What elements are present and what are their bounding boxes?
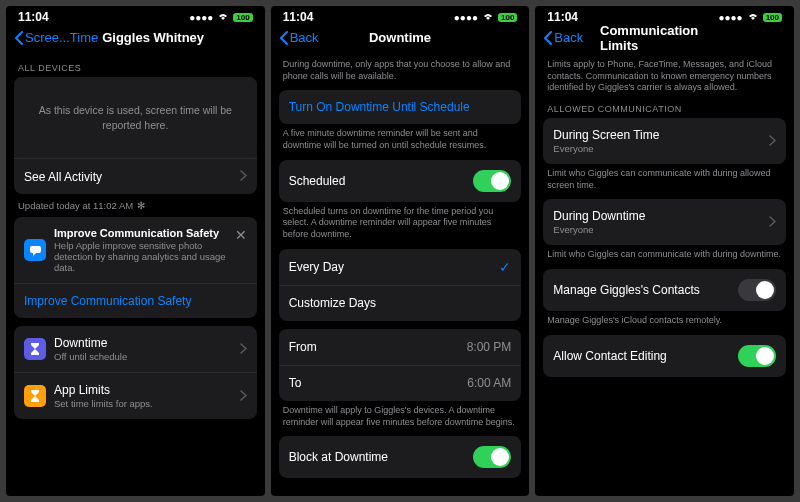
improve-safety-link[interactable]: Improve Communication Safety: [14, 283, 257, 318]
updated-timestamp-row: Updated today at 11:02 AM ✻: [18, 200, 253, 211]
allow-edit-label: Allow Contact Editing: [553, 349, 666, 363]
downtime-row[interactable]: Downtime Off until schedule: [14, 326, 257, 372]
wifi-icon: [747, 11, 759, 23]
from-label: From: [289, 340, 317, 354]
allow-contact-editing-row: Allow Contact Editing: [543, 335, 786, 377]
manage-contacts-toggle[interactable]: [738, 279, 776, 301]
section-header-allowed: ALLOWED COMMUNICATION: [547, 104, 782, 114]
to-value: 6:00 AM: [467, 376, 511, 390]
back-button[interactable]: Back: [543, 30, 583, 45]
downtime-intro: During downtime, only apps that you choo…: [283, 59, 518, 82]
dst-footer: Limit who Giggles can communicate with d…: [547, 168, 782, 191]
usage-report-placeholder: As this device is used, screen time will…: [14, 77, 257, 158]
turn-on-footer: A five minute downtime reminder will be …: [283, 128, 518, 151]
page-title: Downtime: [369, 30, 431, 45]
battery-icon: 100: [498, 13, 517, 22]
battery-icon: 100: [233, 13, 252, 22]
signal-icon: ●●●●: [189, 12, 213, 23]
block-at-downtime-row: Block at Downtime: [279, 436, 522, 478]
manage-footer: Manage Giggles's iCloud contacts remotel…: [547, 315, 782, 327]
updated-timestamp: Updated today at 11:02 AM: [18, 200, 133, 211]
wifi-icon: [482, 11, 494, 23]
comm-limits-intro: Limits apply to Phone, FaceTime, Message…: [547, 59, 782, 94]
manage-label: Manage Giggles's Contacts: [553, 283, 699, 297]
loading-spinner-icon: ✻: [137, 200, 145, 211]
status-time: 11:04: [547, 10, 578, 24]
battery-icon: 100: [763, 13, 782, 22]
app-limits-sub: Set time limits for apps.: [54, 398, 153, 409]
customize-days-row[interactable]: Customize Days: [279, 285, 522, 321]
communication-limits-screen: 11:04 ●●●● 100 Back Communication Limits…: [535, 6, 794, 496]
chevron-right-icon: [769, 135, 776, 148]
signal-icon: ●●●●: [454, 12, 478, 23]
from-value: 8:00 PM: [467, 340, 512, 354]
see-all-activity-row[interactable]: See All Activity: [14, 158, 257, 194]
allow-edit-toggle[interactable]: [738, 345, 776, 367]
dst-sub: Everyone: [553, 143, 659, 154]
nav-bar: Scree...Time Giggles Whitney: [6, 26, 265, 53]
see-all-label: See All Activity: [24, 170, 102, 184]
to-row[interactable]: To 6:00 AM: [279, 365, 522, 401]
manage-contacts-row: Manage Giggles's Contacts: [543, 269, 786, 311]
back-label: Scree...Time: [25, 30, 98, 45]
app-limits-row[interactable]: App Limits Set time limits for apps.: [14, 372, 257, 419]
downtime-sub: Off until schedule: [54, 351, 127, 362]
svg-rect-0: [30, 246, 41, 253]
back-label: Back: [290, 30, 319, 45]
page-title: Communication Limits: [600, 23, 729, 53]
scheduled-footer: Scheduled turns on downtime for the time…: [283, 206, 518, 241]
ddt-label: During Downtime: [553, 209, 645, 223]
improve-safety-card: Improve Communication Safety Help Apple …: [14, 217, 257, 318]
nav-bar: Back Communication Limits: [535, 26, 794, 53]
improve-safety-body: Help Apple improve sensitive photo detec…: [54, 240, 229, 273]
hourglass-icon: [24, 338, 46, 360]
chevron-right-icon: [240, 170, 247, 183]
back-button[interactable]: Back: [279, 30, 319, 45]
wifi-icon: [217, 11, 229, 23]
close-icon[interactable]: ✕: [229, 227, 247, 243]
status-bar: 11:04 ●●●● 100: [271, 6, 530, 26]
scheduled-toggle[interactable]: [473, 170, 511, 192]
page-title: Giggles Whitney: [102, 30, 204, 45]
during-screen-time-row[interactable]: During Screen Time Everyone: [543, 118, 786, 164]
turn-on-downtime-button[interactable]: Turn On Downtime Until Schedule: [279, 90, 522, 124]
every-day-row[interactable]: Every Day ✓: [279, 249, 522, 285]
status-bar: 11:04 ●●●● 100: [6, 6, 265, 26]
scheduled-row: Scheduled: [279, 160, 522, 202]
signal-icon: ●●●●: [718, 12, 742, 23]
to-label: To: [289, 376, 302, 390]
improve-safety-title: Improve Communication Safety: [54, 227, 229, 239]
status-time: 11:04: [18, 10, 49, 24]
screen-time-screen: 11:04 ●●●● 100 Scree...Time Giggles Whit…: [6, 6, 265, 496]
chevron-right-icon: [240, 343, 247, 356]
during-downtime-row[interactable]: During Downtime Everyone: [543, 199, 786, 245]
section-header-devices: ALL DEVICES: [18, 63, 253, 73]
back-button[interactable]: Scree...Time: [14, 30, 98, 45]
every-day-label: Every Day: [289, 260, 344, 274]
downtime-label: Downtime: [54, 336, 127, 350]
nav-bar: Back Downtime: [271, 26, 530, 53]
from-row[interactable]: From 8:00 PM: [279, 329, 522, 365]
downtime-screen: 11:04 ●●●● 100 Back Downtime During down…: [271, 6, 530, 496]
back-label: Back: [554, 30, 583, 45]
block-label: Block at Downtime: [289, 450, 388, 464]
dst-label: During Screen Time: [553, 128, 659, 142]
scheduled-label: Scheduled: [289, 174, 346, 188]
block-toggle[interactable]: [473, 446, 511, 468]
chat-bubble-icon: [24, 239, 46, 261]
ddt-footer: Limit who Giggles can communicate with d…: [547, 249, 782, 261]
customize-days-label: Customize Days: [289, 296, 376, 310]
app-limits-label: App Limits: [54, 383, 153, 397]
time-footer: Downtime will apply to Giggles's devices…: [283, 405, 518, 428]
hourglass-icon: [24, 385, 46, 407]
status-time: 11:04: [283, 10, 314, 24]
chevron-right-icon: [769, 216, 776, 229]
ddt-sub: Everyone: [553, 224, 645, 235]
chevron-right-icon: [240, 390, 247, 403]
checkmark-icon: ✓: [499, 259, 511, 275]
